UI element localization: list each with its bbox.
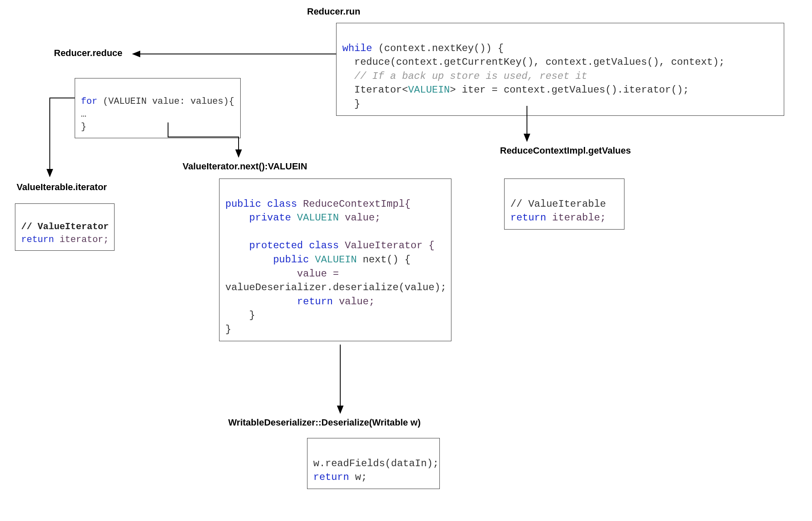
comment: // ValueIterator <box>21 222 109 232</box>
text: iterable; <box>546 212 606 223</box>
type: VALUEIN <box>309 254 357 265</box>
text: > iter = context.getValues().iterator(); <box>450 84 689 95</box>
kw-while: while <box>342 43 372 54</box>
text: } <box>225 310 255 321</box>
text: value; <box>333 296 375 307</box>
codebox-reducer-run: while (context.nextKey()) { reduce(conte… <box>336 23 784 116</box>
text: … <box>81 109 86 120</box>
class-name: ValueIterator { <box>339 240 434 251</box>
title-deserialize: WritableDeserializer::Deserialize(Writab… <box>228 417 421 428</box>
text: (VALUEIN value: values){ <box>98 96 234 107</box>
text: (context.nextKey()) { <box>372 43 504 54</box>
codebox-reduce-context-impl: public class ReduceContextImpl{ private … <box>219 179 451 341</box>
text: w.readFields(dataIn); <box>313 458 439 469</box>
class-name: ReduceContextImpl{ <box>297 198 411 210</box>
codebox-getvalues: // ValueIterable return iterable; <box>504 179 624 230</box>
title-getvalues: ReduceContextImpl.getValues <box>500 145 631 156</box>
text: value; <box>339 212 381 223</box>
kw-public: public <box>225 254 309 265</box>
type: VALUEIN <box>291 212 339 223</box>
title-value-iterator-next: ValueIterator.next():VALUEIN <box>183 161 307 172</box>
title-reducer-run: Reducer.run <box>307 6 360 17</box>
kw-private: private <box>225 212 291 223</box>
kw-protected-class: protected class <box>225 240 339 251</box>
kw-public-class: public class <box>225 198 297 210</box>
comment: // ValueIterable <box>510 198 606 210</box>
text: Iterator< <box>342 84 408 95</box>
codebox-reducer-reduce: for (VALUEIN value: values){ … } <box>75 78 241 138</box>
codebox-iterable: // ValueIterator return iterator; <box>15 203 115 251</box>
title-value-iterable: ValueIterable.iterator <box>17 182 107 193</box>
codebox-deserialize: w.readFields(dataIn); return w; <box>307 438 440 489</box>
kw-for: for <box>81 96 98 107</box>
kw-return: return <box>313 472 349 483</box>
comment: // If a back up store is used, reset it <box>342 71 588 82</box>
text: } <box>81 122 86 132</box>
text: value = <box>225 268 339 279</box>
text: valueDeserializer.deserialize(value); <box>225 282 446 293</box>
text: } <box>225 324 231 335</box>
kw-return: return <box>510 212 546 223</box>
text: iterator; <box>54 235 109 245</box>
kw-return: return <box>21 235 54 245</box>
text: next() { <box>357 254 411 265</box>
text: w; <box>349 472 367 483</box>
title-reducer-reduce: Reducer.reduce <box>54 48 122 59</box>
type: VALUEIN <box>408 84 450 95</box>
text: } <box>342 98 360 110</box>
kw-return: return <box>225 296 333 307</box>
text: reduce(context.getCurrentKey(), context.… <box>342 56 725 68</box>
